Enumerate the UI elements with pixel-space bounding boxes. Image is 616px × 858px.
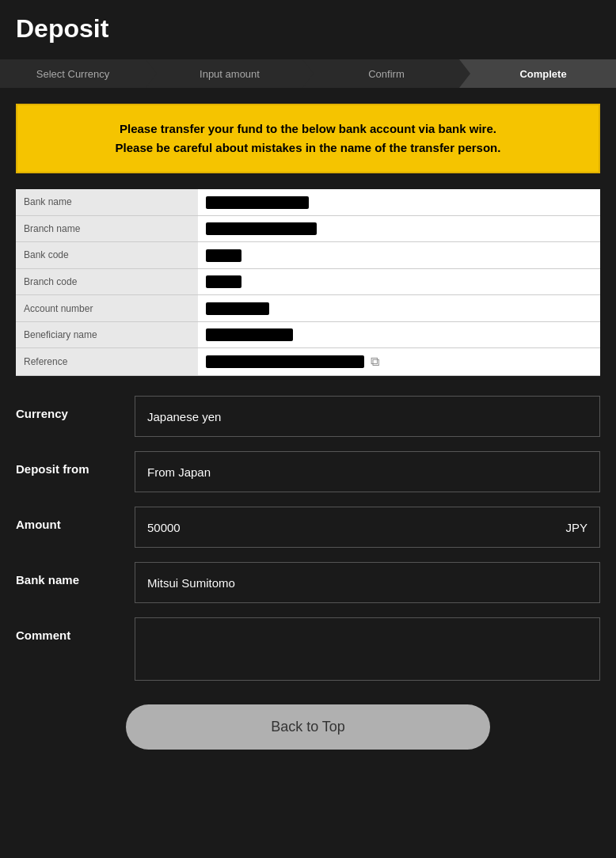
bank-row-value-6: ⧉	[198, 348, 600, 376]
deposit-from-field: Deposit from From Japan	[16, 451, 600, 492]
main-content: Please transfer your fund to the below b…	[0, 88, 616, 789]
step-complete: Complete	[459, 59, 616, 88]
bank-row-label-3: Branch code	[16, 268, 198, 295]
bank-row-value-4	[198, 295, 600, 322]
comment-label: Comment	[16, 617, 135, 642]
comment-input[interactable]	[135, 617, 600, 681]
bank-row-label-5: Beneficiary name	[16, 321, 198, 348]
amount-number: 50000	[147, 521, 181, 534]
bank-row-value-0	[198, 189, 600, 215]
bank-name-value: Mitsui Sumitomo	[135, 562, 600, 603]
currency-field: Currency Japanese yen	[16, 396, 600, 437]
step-input-amount: Input amount	[146, 59, 302, 88]
bank-info-table: Bank nameBranch nameBank codeBranch code…	[16, 189, 600, 376]
amount-field: Amount 50000 JPY	[16, 507, 600, 548]
back-to-top-button[interactable]: Back to Top	[126, 704, 490, 750]
bank-name-label: Bank name	[16, 562, 135, 587]
bank-row-label-2: Bank code	[16, 242, 198, 269]
warning-banner: Please transfer your fund to the below b…	[16, 104, 600, 173]
currency-value: Japanese yen	[135, 396, 600, 437]
bank-row-label-1: Branch name	[16, 215, 198, 242]
amount-label: Amount	[16, 507, 135, 531]
amount-currency: JPY	[565, 521, 587, 534]
warning-line2: Please be careful about mistakes in the …	[33, 139, 583, 158]
step-select-currency: Select Currency	[0, 59, 146, 88]
bank-row-label-6: Reference	[16, 348, 198, 376]
deposit-from-label: Deposit from	[16, 451, 135, 476]
bank-row-value-5	[198, 321, 600, 348]
page-title: Deposit	[16, 14, 600, 44]
bank-row-value-1	[198, 215, 600, 242]
bank-row-value-3	[198, 268, 600, 295]
currency-label: Currency	[16, 396, 135, 420]
copy-icon[interactable]: ⧉	[371, 355, 379, 369]
bank-row-value-2	[198, 242, 600, 269]
deposit-from-value: From Japan	[135, 451, 600, 492]
bank-row-label-4: Account number	[16, 295, 198, 322]
page-header: Deposit	[0, 0, 616, 59]
bank-name-field: Bank name Mitsui Sumitomo	[16, 562, 600, 603]
step-confirm: Confirm	[302, 59, 459, 88]
bank-row-label-0: Bank name	[16, 189, 198, 215]
amount-value: 50000 JPY	[135, 507, 600, 548]
comment-field: Comment	[16, 617, 600, 681]
warning-line1: Please transfer your fund to the below b…	[33, 120, 583, 139]
progress-bar: Select Currency Input amount Confirm Com…	[0, 59, 616, 88]
